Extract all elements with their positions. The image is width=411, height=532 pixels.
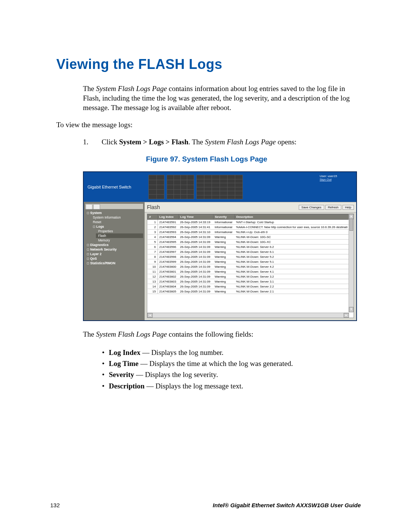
nav-item[interactable]: Network Security [84, 247, 143, 252]
page-reference: System Flash Logs Page [96, 330, 167, 338]
expand-icon[interactable] [86, 204, 92, 209]
page-reference: System Flash Logs Page [205, 138, 276, 146]
page-reference: System Flash Logs Page [96, 85, 167, 93]
table-row: 4214748359426-Sep-2005 14:31:09Warning%L… [148, 235, 354, 240]
nav-item[interactable]: System [84, 211, 143, 215]
screenshot-flash-logs: Gigabit Ethernet Switch User: user15 Sig… [83, 171, 357, 321]
app-header: Gigabit Ethernet Switch User: user15 Sig… [84, 172, 356, 202]
nav-item[interactable]: Logs [91, 224, 143, 229]
table-row: 9214748359926-Sep-2005 14:31:09Warning%L… [148, 259, 354, 264]
nav-item[interactable]: Diagnostics [84, 243, 143, 247]
save-changes-button[interactable]: Save Changes [299, 205, 324, 210]
help-button[interactable]: Help [342, 205, 354, 210]
text: The [83, 85, 96, 93]
section-heading: Viewing the FLASH Logs [56, 56, 357, 72]
table-row: 12214748360226-Sep-2005 14:31:09Warning%… [148, 274, 354, 279]
text: Click [102, 138, 119, 146]
step-number: 1. [83, 138, 88, 146]
field-definition: Log Index — Displays the log number. [102, 347, 357, 358]
text: opens: [276, 138, 296, 146]
figure-caption: Figure 97. System Flash Logs Page [56, 154, 357, 164]
nav-item[interactable]: Properties [96, 229, 143, 233]
nav-item[interactable]: Memory [96, 238, 143, 243]
document-title: Intel® Gigabit Ethernet Switch AXXSW1GB … [213, 502, 361, 508]
nav-item[interactable]: Statistics/RMON [84, 261, 143, 265]
lead-in: To view the message logs: [56, 120, 357, 129]
scroll-right-icon[interactable]: ► [344, 313, 349, 318]
nav-item[interactable]: System Information [91, 215, 143, 220]
log-table: # Log Index Log Time Severity Descriptio… [147, 214, 354, 294]
product-name: Gigabit Ethernet Switch [84, 172, 148, 202]
step-1: 1. Click System > Logs > Flash. The Syst… [94, 137, 357, 147]
table-row: 2214748359226-Sep-2005 14:31:41Informati… [148, 225, 354, 230]
scroll-thumb[interactable] [349, 219, 353, 231]
device-graphic [148, 172, 317, 202]
panel-title: Flash [147, 204, 160, 210]
sign-out-link[interactable]: Sign Out [320, 178, 354, 181]
vertical-scrollbar[interactable]: ▲ ▼ [349, 214, 354, 312]
horizontal-scrollbar[interactable]: ◄ ► [147, 313, 349, 318]
nav-item[interactable]: Reset [91, 220, 143, 224]
scroll-down-icon[interactable]: ▼ [349, 307, 354, 312]
table-row: 5214748359526-Sep-2005 14:31:09Warning%L… [148, 240, 354, 244]
table-row: 6214748359626-Sep-2005 14:31:09Warning%L… [148, 244, 354, 249]
table-row: 3214748359326-Sep-2005 14:31:10Informati… [148, 230, 354, 235]
nav-item[interactable]: QoS [84, 256, 143, 261]
table-row: 11214748360126-Sep-2005 14:31:09Warning%… [148, 269, 354, 274]
col-log-time: Log Time [178, 214, 213, 220]
intro-paragraph: The System Flash Logs Page contains info… [83, 84, 357, 112]
log-table-wrap: # Log Index Log Time Severity Descriptio… [147, 214, 354, 318]
col-num: # [148, 214, 158, 220]
col-severity: Severity [213, 214, 234, 220]
nav-toolbar [85, 204, 143, 209]
fields-lead: The System Flash Logs Page contains the … [83, 329, 357, 339]
nav-tree: SystemSystem InformationResetLogsPropert… [84, 202, 145, 320]
refresh-button[interactable]: Refresh [325, 205, 341, 210]
text: . The [188, 138, 205, 146]
table-row: 13214748360326-Sep-2005 14:31:09Warning%… [148, 279, 354, 284]
text: contains the following fields: [167, 330, 253, 338]
col-description: Description [234, 214, 353, 220]
nav-item[interactable]: Layer 2 [84, 252, 143, 256]
table-row: 7214748359726-Sep-2005 14:31:09Warning%L… [148, 249, 354, 254]
field-list: Log Index — Displays the log number.Log … [102, 347, 357, 392]
table-row: 14214748360426-Sep-2005 14:31:09Warning%… [148, 284, 354, 289]
col-log-index: Log Index [158, 214, 178, 220]
table-row: 1214748359126-Sep-2005 14:33:19Informati… [148, 220, 354, 225]
field-definition: Severity — Displays the log severity. [102, 369, 357, 380]
collapse-icon[interactable] [93, 204, 100, 209]
table-row: 10214748360026-Sep-2005 14:31:09Warning%… [148, 264, 354, 269]
page-number: 132 [50, 502, 60, 508]
field-definition: Description — Displays the log message t… [102, 380, 357, 391]
text: The [83, 330, 96, 338]
table-row: 8214748359826-Sep-2005 14:31:09Warning%L… [148, 254, 354, 259]
nav-item[interactable]: Flash [96, 233, 143, 238]
field-definition: Log Time — Displays the time at which th… [102, 358, 357, 369]
scroll-left-icon[interactable]: ◄ [147, 313, 153, 318]
menu-path: System > Logs > Flash [119, 138, 188, 146]
user-label: User: user15 [320, 174, 354, 178]
table-row: 15214748360526-Sep-2005 14:31:09Warning%… [148, 289, 354, 294]
